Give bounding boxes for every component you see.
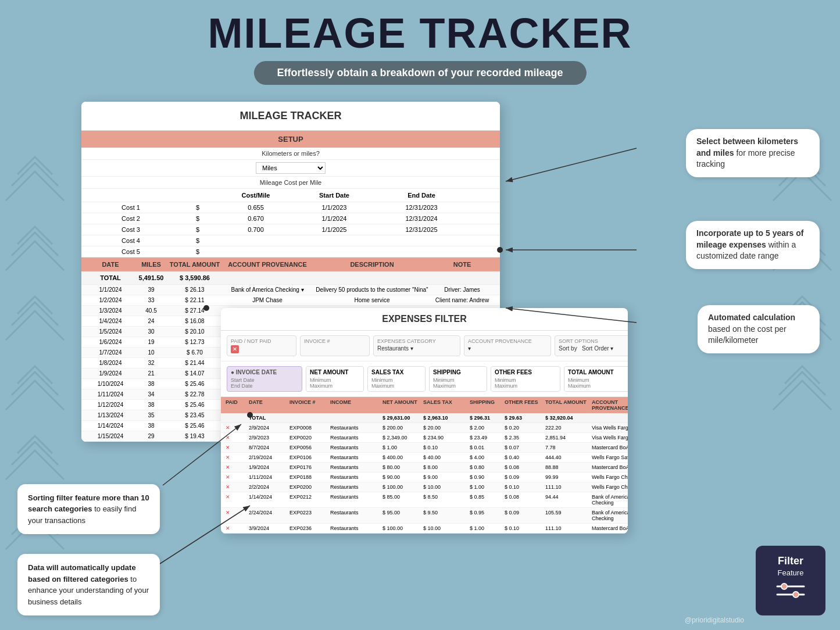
callout-automated-calc: Automated calculation based on the cost …: [698, 305, 820, 353]
cost-table-header: Cost/Mile Start Date End Date: [81, 189, 500, 202]
filter-feature-badge: Filter Feature: [756, 546, 825, 615]
rh-paid: PAID: [226, 399, 249, 411]
sort-filter[interactable]: SORT OPTIONS Sort by Sort Order ▾: [555, 335, 628, 356]
cost-mile-label: Mileage Cost per Mile: [87, 179, 494, 186]
tracker-title: MILEAGE TRACKER: [81, 102, 500, 131]
rh-tax: SALES TAX: [423, 399, 470, 411]
cost2-start: 1/1/2024: [291, 215, 378, 222]
cost4-val: [221, 237, 291, 244]
rh-net: NET AMOUNT: [383, 399, 423, 411]
cost2-sym: $: [174, 215, 221, 222]
invoice-date-filter[interactable]: ● INVOICE DATE Start Date End Date: [227, 366, 302, 392]
cost2-val: 0.670: [221, 215, 291, 222]
callout-sorting: Sorting filter feature more than 10 sear…: [17, 484, 160, 535]
filter-badge-subtitle: Feature: [767, 568, 814, 577]
cost2-end: 12/31/2024: [378, 215, 465, 222]
km-miles-label: Kilometers or miles?: [87, 150, 494, 157]
svg-line-4: [506, 148, 637, 181]
x-badge: ✕: [231, 345, 239, 353]
total-max: Maximum: [568, 383, 628, 389]
callout-sorting-text: Sorting filter feature more than 10 sear…: [28, 493, 149, 525]
list-item: ✕2/19/2024EXP0106Restaurants$ 400.00$ 40…: [221, 453, 628, 463]
invoice-filter-label: INVOICE #: [304, 338, 366, 344]
category-filter-value: Restaurants ▾: [377, 345, 456, 352]
sales-tax-filter[interactable]: SALES TAX Minimum Maximum: [367, 366, 426, 392]
txn-table-header: DATE MILES TOTAL AMOUNT ACCOUNT PROVENAN…: [81, 257, 500, 271]
total-amount: $ 3,590.86: [169, 274, 221, 281]
paid-filter-label: PAID / NOT PAID: [231, 338, 292, 344]
filter-badge-title: Filter: [767, 555, 814, 567]
list-item: ✕2/9/2024EXP0008Restaurants$ 200.00$ 20.…: [221, 423, 628, 433]
callout-update-text: Data will automatically update based on …: [28, 563, 149, 606]
cost-row-3: Cost 3 $ 0.700 1/1/2025 12/31/2025: [81, 224, 500, 235]
category-filter-label: EXPENSES CATEGORY: [377, 338, 456, 344]
cost1-label: Cost 1: [87, 204, 174, 211]
cost5-label: Cost 5: [87, 248, 174, 255]
table-row: 1/2/202433$ 22.11JPM ChaseHome serviceCl…: [81, 295, 500, 306]
paid-filter-value: ✕: [231, 345, 292, 353]
list-item: ✕3/9/2024EXP0236Restaurants$ 100.00$ 10.…: [221, 524, 628, 534]
total-label: TOTAL: [87, 274, 134, 281]
fees-min: Minimum: [495, 377, 556, 383]
list-item: ✕2/9/2023EXP0020Restaurants$ 2,349.00$ 2…: [221, 433, 628, 443]
ship-min: Minimum: [433, 377, 483, 383]
list-item: ✕2/24/2024EXP0223Restaurants$ 95.00$ 9.5…: [221, 508, 628, 524]
cost1-sym: $: [174, 204, 221, 211]
col-label: [87, 192, 174, 199]
col-symbol: [174, 192, 221, 199]
th-date: DATE: [87, 261, 134, 268]
cost-row-4: Cost 4 $: [81, 235, 500, 246]
cost5-val: [221, 248, 291, 255]
cost4-sym: $: [174, 237, 221, 244]
tax-max: Maximum: [371, 383, 421, 389]
cost5-end: [378, 248, 465, 255]
net-amount-filter[interactable]: NET AMOUNT Minimum Maximum: [306, 366, 364, 392]
list-item: ✕1/9/2024EXP0176Restaurants$ 80.00$ 8.00…: [221, 463, 628, 472]
list-item: ✕2/2/2024EXP0200Restaurants$ 100.00$ 10.…: [221, 482, 628, 492]
filter-row-1: PAID / NOT PAID ✕ INVOICE # EXPENSES CAT…: [221, 331, 628, 361]
invoice-filter[interactable]: INVOICE #: [300, 335, 370, 356]
ship-max: Maximum: [433, 383, 483, 389]
rh-fees: OTHER FEES: [505, 399, 545, 411]
other-fees-label: OTHER FEES: [495, 369, 556, 375]
list-item: ✕1/11/2024EXP0188Restaurants$ 90.00$ 9.0…: [221, 472, 628, 482]
total-min: Minimum: [568, 377, 628, 383]
account-filter[interactable]: ACCOUNT PROVENANCE ▾: [464, 335, 551, 356]
net-amount-label: NET AMOUNT: [310, 369, 360, 375]
callout-km-miles: Select between kilometers and miles for …: [686, 129, 820, 177]
th-miles: MILES: [134, 261, 169, 268]
total-amount-filter[interactable]: TOTAL AMOUNT Minimum Maximum: [564, 366, 628, 392]
cost1-end: 12/31/2023: [378, 204, 465, 211]
fees-max: Maximum: [495, 383, 556, 389]
cost5-start: [291, 248, 378, 255]
sort-filter-label: SORT OPTIONS: [559, 338, 628, 344]
other-fees-filter[interactable]: OTHER FEES Minimum Maximum: [491, 366, 560, 392]
cost3-start: 1/1/2025: [291, 226, 378, 233]
col-cost: Cost/Mile: [221, 192, 291, 199]
callout-auto-update: Data will automatically update based on …: [17, 554, 160, 615]
category-filter[interactable]: EXPENSES CATEGORY Restaurants ▾: [373, 335, 460, 356]
cost1-val: 0.655: [221, 204, 291, 211]
miles-select[interactable]: Miles Kilometers: [256, 162, 326, 174]
rh-date: DATE: [249, 399, 289, 411]
shipping-filter[interactable]: SHIPPING Minimum Maximum: [429, 366, 487, 392]
invoice-date-start: Start Date: [231, 377, 298, 383]
page-title: MILEAGE TRACKER: [0, 0, 840, 56]
expenses-filter-title: EXPENSES FILTER: [221, 308, 628, 331]
paid-filter[interactable]: PAID / NOT PAID ✕: [227, 335, 296, 356]
rh-invoice: INVOICE #: [289, 399, 330, 411]
cost4-label: Cost 4: [87, 237, 174, 244]
miles-dropdown-row[interactable]: Miles Kilometers: [81, 160, 500, 177]
cost5-sym: $: [174, 248, 221, 255]
cost2-label: Cost 2: [87, 215, 174, 222]
svg-point-1: [781, 584, 787, 589]
cost3-sym: $: [174, 226, 221, 233]
subtitle-bar: Effortlessly obtain a breakdown of your …: [253, 61, 586, 85]
th-amount: TOTAL AMOUNT: [169, 261, 221, 268]
sales-tax-label: SALES TAX: [371, 369, 421, 375]
svg-point-3: [793, 592, 799, 597]
col-start: Start Date: [291, 192, 378, 199]
rh-account: ACCOUNT PROVENANCE: [592, 399, 628, 411]
result-total-row: TOTAL $ 29,631.00 $ 2,963.10 $ 296.31 $ …: [221, 413, 628, 423]
watermark: @prioridigitalstudio: [685, 616, 744, 624]
